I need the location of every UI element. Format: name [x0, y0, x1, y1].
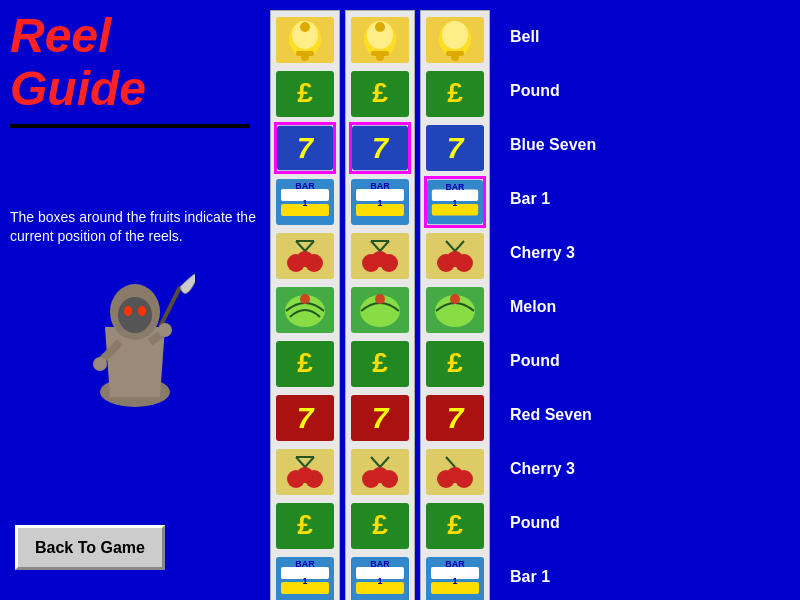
left-panel: Reel Guide The boxes around the fruits i… [0, 0, 270, 600]
svg-text:BAR: BAR [295, 559, 315, 569]
reel3-item-3: 7 [424, 122, 486, 174]
reel2-item-7: £ [349, 338, 411, 390]
reel1-item-7: £ [274, 338, 336, 390]
label-red-seven: Red Seven [510, 388, 605, 442]
label-bell: Bell [510, 10, 605, 64]
svg-text:1: 1 [377, 576, 382, 586]
svg-point-35 [300, 294, 310, 304]
page-title: Reel Guide [10, 10, 260, 116]
svg-text:£: £ [372, 509, 388, 540]
reel-2: £ 7 BAR 1 [345, 10, 415, 600]
svg-text:7: 7 [297, 132, 315, 164]
reel3-item-9 [424, 446, 486, 498]
reel2-item-4: BAR 1 [349, 176, 411, 228]
svg-text:BAR: BAR [445, 559, 465, 569]
svg-text:£: £ [297, 77, 313, 108]
svg-text:1: 1 [302, 576, 307, 586]
svg-point-4 [124, 306, 132, 316]
reel1-item-11: BAR 1 [274, 554, 336, 600]
svg-text:£: £ [297, 509, 313, 540]
svg-text:£: £ [447, 77, 463, 108]
reel3-item-11: BAR 1 [424, 554, 486, 600]
svg-text:£: £ [447, 347, 463, 378]
label-cherry3-2: Cherry 3 [510, 442, 605, 496]
svg-text:7: 7 [447, 131, 465, 164]
svg-text:7: 7 [372, 401, 390, 434]
svg-point-76 [375, 22, 385, 32]
svg-text:£: £ [372, 347, 388, 378]
svg-point-158 [447, 467, 463, 483]
svg-text:£: £ [297, 347, 313, 378]
label-cherry3-1: Cherry 3 [510, 226, 605, 280]
svg-point-132 [451, 53, 459, 61]
label-blue-seven: Blue Seven [510, 118, 605, 172]
reel1-item-1 [274, 14, 336, 66]
svg-text:BAR: BAR [370, 559, 390, 569]
grim-reaper-image [75, 267, 195, 397]
reel2-item-8: 7 [349, 392, 411, 444]
svg-point-5 [138, 306, 146, 316]
svg-point-130 [442, 21, 468, 49]
svg-point-43 [297, 467, 313, 483]
reel3-item-8: 7 [424, 392, 486, 444]
svg-text:BAR: BAR [370, 181, 390, 191]
reel2-item-1 [349, 14, 411, 66]
label-bar1: Bar 1 [510, 172, 605, 226]
label-pound-3: Pound [510, 496, 605, 550]
svg-point-89 [372, 251, 388, 267]
reel3-item-5 [424, 230, 486, 282]
reel3-item-4: BAR 1 [424, 176, 486, 228]
reel1-item-2: £ [274, 68, 336, 120]
svg-point-29 [297, 251, 313, 267]
svg-text:1: 1 [452, 576, 457, 586]
svg-text:7: 7 [297, 401, 315, 434]
svg-point-9 [93, 357, 107, 371]
reel3-item-6 [424, 284, 486, 336]
reel3-item-2: £ [424, 68, 486, 120]
label-melon-1: Melon [510, 280, 605, 334]
svg-point-95 [375, 294, 385, 304]
reel1-item-8: 7 [274, 392, 336, 444]
reel1-item-5 [274, 230, 336, 282]
svg-point-15 [301, 53, 309, 61]
label-pound-2: Pound [510, 334, 605, 388]
svg-point-150 [450, 294, 460, 304]
svg-text:1: 1 [377, 198, 382, 208]
svg-line-6 [160, 287, 180, 327]
svg-point-75 [376, 53, 384, 61]
reel2-item-10: £ [349, 500, 411, 552]
reel2-item-6 [349, 284, 411, 336]
reel2-item-3: 7 [349, 122, 411, 174]
svg-text:7: 7 [447, 401, 465, 434]
svg-point-103 [372, 467, 388, 483]
reel2-item-11: BAR 1 [349, 554, 411, 600]
svg-point-145 [447, 251, 463, 267]
svg-point-3 [118, 297, 152, 333]
svg-text:BAR: BAR [295, 181, 315, 191]
back-to-game-button[interactable]: Back To Game [15, 525, 165, 570]
description-text: The boxes around the fruits indicate the… [10, 208, 260, 247]
svg-text:7: 7 [372, 132, 390, 164]
svg-text:1: 1 [453, 198, 458, 208]
svg-text:1: 1 [302, 198, 307, 208]
svg-text:£: £ [372, 77, 388, 108]
svg-text:£: £ [447, 509, 463, 540]
title-divider [10, 124, 250, 128]
svg-text:BAR: BAR [446, 182, 466, 192]
labels-area: Bell Pound Blue Seven Bar 1 Cherry 3 Mel… [510, 10, 605, 600]
reel1-item-6 [274, 284, 336, 336]
reel2-item-5 [349, 230, 411, 282]
label-bar1-2: Bar 1 [510, 550, 605, 600]
label-pound-1: Pound [510, 64, 605, 118]
svg-point-10 [158, 323, 172, 337]
reel3-item-1 [424, 14, 486, 66]
reel1-item-9 [274, 446, 336, 498]
reel3-item-10: £ [424, 500, 486, 552]
svg-point-16 [300, 22, 310, 32]
reel3-item-7: £ [424, 338, 486, 390]
reel1-item-4: BAR 1 [274, 176, 336, 228]
reel-1: £ 7 BAR 1 [270, 10, 340, 600]
reels-area: £ 7 BAR 1 [270, 10, 495, 600]
reel1-item-10: £ [274, 500, 336, 552]
reel1-item-3: 7 [274, 122, 336, 174]
